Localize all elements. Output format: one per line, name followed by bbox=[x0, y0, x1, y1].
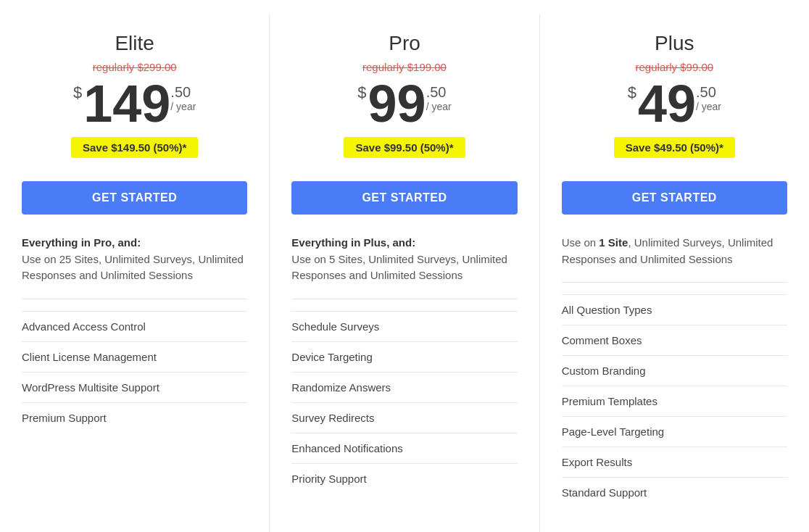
price-row-elite: $149.50/ year bbox=[73, 78, 196, 130]
get-started-button-elite[interactable]: GET STARTED bbox=[22, 181, 247, 215]
price-period-pro: / year bbox=[426, 101, 452, 113]
regular-price-elite: regularly $299.00 bbox=[93, 61, 177, 73]
price-main-plus: 49 bbox=[638, 78, 696, 130]
feature-item-elite-2: WordPress Multisite Support bbox=[22, 372, 247, 402]
plan-header-plus: Plusregularly $99.00$49.50/ yearSave $49… bbox=[562, 32, 787, 170]
regular-price-plus: regularly $99.00 bbox=[636, 61, 714, 73]
price-cents-elite: .50 bbox=[170, 83, 196, 101]
price-main-pro: 99 bbox=[368, 78, 426, 130]
price-dollar-plus: $ bbox=[628, 83, 636, 102]
pricing-container: Eliteregularly $299.00$149.50/ yearSave … bbox=[0, 14, 809, 532]
features-plus: Use on 1 Site, Unlimited Surveys, Unlimi… bbox=[562, 235, 787, 507]
feature-item-pro-4: Enhanced Notifications bbox=[291, 433, 517, 463]
feature-item-pro-0: Schedule Surveys bbox=[291, 311, 517, 341]
plan-header-pro: Proregularly $199.00$99.50/ yearSave $99… bbox=[291, 32, 517, 170]
feature-item-plus-3: Premium Templates bbox=[562, 386, 787, 416]
feature-item-pro-1: Device Targeting bbox=[291, 341, 517, 372]
price-cents-plus: .50 bbox=[696, 83, 721, 101]
features-pro: Everything in Plus, and:Use on 5 Sites, … bbox=[291, 235, 517, 494]
feature-item-pro-5: Priority Support bbox=[291, 463, 517, 494]
feature-item-plus-2: Custom Branding bbox=[562, 355, 787, 386]
save-badge-plus: Save $49.50 (50%)* bbox=[614, 137, 735, 158]
feature-item-plus-4: Page-Level Targeting bbox=[562, 416, 787, 446]
features-intro-plus: Use on 1 Site, Unlimited Surveys, Unlimi… bbox=[562, 235, 787, 267]
price-period-elite: / year bbox=[170, 101, 196, 113]
get-started-button-plus[interactable]: GET STARTED bbox=[562, 181, 787, 215]
feature-item-elite-1: Client License Management bbox=[22, 341, 247, 372]
price-dollar-elite: $ bbox=[73, 83, 82, 102]
features-divider-pro bbox=[291, 299, 517, 299]
feature-item-plus-5: Export Results bbox=[562, 446, 787, 477]
save-badge-pro: Save $99.50 (50%)* bbox=[344, 137, 465, 158]
plan-name-plus: Plus bbox=[655, 32, 694, 55]
features-elite: Everything in Pro, and:Use on 25 Sites, … bbox=[22, 235, 247, 433]
price-period-plus: / year bbox=[696, 101, 721, 113]
plan-elite: Eliteregularly $299.00$149.50/ yearSave … bbox=[0, 14, 270, 532]
price-right-elite: .50/ year bbox=[170, 83, 196, 113]
price-row-pro: $99.50/ year bbox=[357, 78, 451, 130]
feature-item-plus-0: All Question Types bbox=[562, 294, 787, 325]
price-main-elite: 149 bbox=[83, 78, 170, 130]
features-divider-elite bbox=[22, 299, 247, 299]
features-divider-plus bbox=[562, 282, 787, 283]
regular-price-pro: regularly $199.00 bbox=[362, 61, 447, 73]
plan-name-pro: Pro bbox=[389, 32, 420, 55]
features-intro-pro: Everything in Plus, and:Use on 5 Sites, … bbox=[291, 235, 517, 284]
plan-name-elite: Elite bbox=[115, 32, 154, 55]
plan-header-elite: Eliteregularly $299.00$149.50/ yearSave … bbox=[22, 32, 247, 170]
get-started-button-pro[interactable]: GET STARTED bbox=[291, 181, 517, 215]
feature-item-elite-0: Advanced Access Control bbox=[22, 311, 247, 341]
plan-plus: Plusregularly $99.00$49.50/ yearSave $49… bbox=[540, 14, 809, 532]
price-right-pro: .50/ year bbox=[426, 83, 452, 113]
price-right-plus: .50/ year bbox=[696, 83, 721, 113]
plan-pro: Proregularly $199.00$99.50/ yearSave $99… bbox=[270, 14, 539, 532]
price-row-plus: $49.50/ year bbox=[628, 78, 721, 130]
feature-item-plus-1: Comment Boxes bbox=[562, 325, 787, 355]
features-intro-elite: Everything in Pro, and:Use on 25 Sites, … bbox=[22, 235, 247, 284]
save-badge-elite: Save $149.50 (50%)* bbox=[71, 137, 198, 158]
price-cents-pro: .50 bbox=[426, 83, 452, 101]
price-dollar-pro: $ bbox=[357, 83, 366, 102]
feature-item-pro-3: Survey Redirects bbox=[291, 402, 517, 433]
feature-item-pro-2: Randomize Answers bbox=[291, 372, 517, 402]
feature-item-elite-3: Premium Support bbox=[22, 402, 247, 433]
feature-item-plus-6: Standard Support bbox=[562, 477, 787, 507]
